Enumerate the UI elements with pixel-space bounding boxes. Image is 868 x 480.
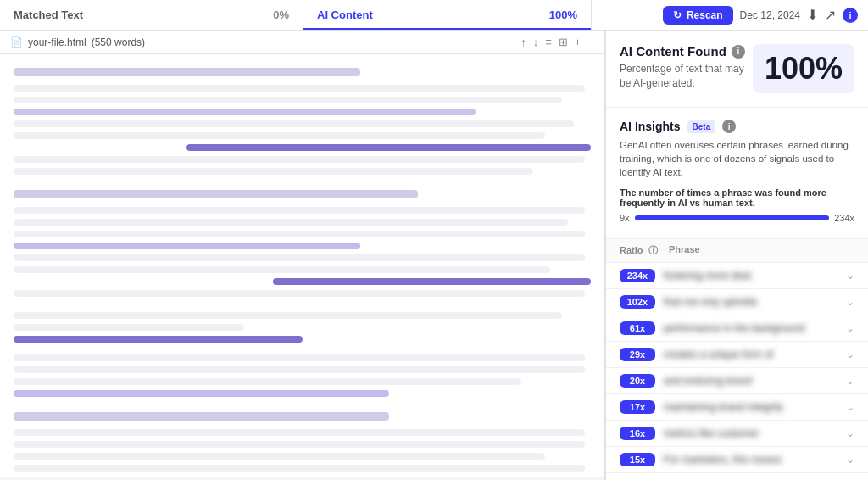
header: Matched Text 0% AI Content 100% ↻ Rescan… (0, 0, 868, 31)
doc-line (14, 207, 585, 214)
phrase-row[interactable]: 16x metrics like customer ⌄ (606, 421, 868, 447)
doc-heading (14, 68, 360, 76)
date-label: Dec 12, 2024 (740, 9, 800, 21)
chevron-down-icon: ⌄ (846, 349, 854, 360)
insights-description: GenAI often overuses certain phrases lea… (620, 138, 854, 179)
phrase-text: and enduring brand (664, 375, 846, 387)
freq-min: 9x (620, 213, 630, 223)
doc-line (14, 378, 521, 385)
col-phrase-header: Phrase (669, 244, 854, 257)
doc-line (14, 85, 585, 92)
phrase-text: that not only upholds (664, 296, 846, 308)
insights-title-text: AI Insights (620, 120, 681, 133)
ratio-badge: 17x (620, 400, 655, 414)
ratio-badge: 61x (620, 321, 655, 335)
chevron-down-icon: ⌄ (846, 454, 854, 466)
doc-section-2 (14, 190, 591, 297)
insights-info-icon[interactable]: i (722, 120, 736, 133)
doc-line (14, 132, 545, 139)
chevron-down-icon: ⌄ (846, 427, 854, 439)
doc-line (14, 453, 545, 460)
tab-matched-label: Matched Text (14, 8, 83, 21)
doc-section-3 (14, 312, 591, 397)
file-name: your-file.html (28, 36, 86, 48)
ratio-badge: 15x (620, 453, 655, 466)
ratio-info-icon: ⓘ (648, 245, 658, 255)
phrase-text: fostering more deal (664, 270, 846, 282)
phrase-row[interactable]: 234x fostering more deal ⌄ (606, 263, 868, 289)
header-actions: ↻ Rescan Dec 12, 2024 ⬇ ↗ i (653, 6, 868, 25)
ratio-badge: 16x (620, 427, 655, 440)
chevron-down-icon: ⌄ (846, 375, 854, 387)
nav-up-button[interactable]: ↑ (520, 36, 526, 48)
nav-down-button[interactable]: ↓ (533, 36, 539, 48)
ai-found-section: AI Content Found i Percentage of text th… (606, 31, 868, 108)
doc-heading (14, 412, 389, 421)
file-bar: 📄 your-file.html (550 words) ↑ ↓ ≡ ⊞ + − (0, 31, 604, 54)
phrase-row[interactable]: 15x For marketers, this means ⌄ (606, 447, 868, 473)
phrase-row[interactable]: 20x and enduring brand ⌄ (606, 368, 868, 394)
chevron-down-icon: ⌄ (846, 401, 854, 413)
right-panel: AI Content Found i Percentage of text th… (605, 31, 868, 480)
doc-line (14, 324, 244, 331)
phrase-text: creates a unique form of (664, 349, 846, 360)
ai-found-percent: 100% (753, 44, 854, 93)
ai-found-description: Percentage of text that may be AI-genera… (620, 62, 753, 91)
doc-line (14, 231, 585, 237)
col-ratio-label: Ratio (620, 245, 643, 255)
doc-line (14, 390, 389, 397)
freq-label: The number of times a phrase was found m… (620, 187, 854, 208)
phrase-row[interactable]: 61x performance in the background ⌄ (606, 315, 868, 342)
phrase-text: metrics like customer (664, 427, 846, 439)
table-header: Ratio ⓘ Phrase (606, 239, 868, 263)
ai-found-title-text: AI Content Found (620, 44, 726, 59)
tab-matched-percent: 0% (273, 8, 289, 21)
chevron-down-icon: ⌄ (846, 322, 854, 334)
doc-line (186, 144, 591, 151)
nav-add-button[interactable]: + (575, 36, 581, 48)
tab-ai[interactable]: AI Content 100% (303, 0, 592, 30)
phrase-text: For marketers, this means (664, 454, 846, 466)
col-ratio-header[interactable]: Ratio ⓘ (620, 244, 662, 257)
doc-line (14, 254, 585, 261)
download-icon: ⬇ (807, 7, 818, 23)
tab-ai-percent: 100% (549, 8, 577, 21)
tab-matched[interactable]: Matched Text 0% (0, 0, 303, 30)
doc-line (273, 278, 591, 285)
phrase-row[interactable]: 17x maintaining brand integrity ⌄ (606, 394, 868, 421)
nav-list-button[interactable]: ≡ (545, 36, 552, 48)
document-content[interactable] (0, 54, 604, 477)
nav-remove-button[interactable]: − (587, 36, 594, 48)
doc-line (14, 219, 568, 226)
left-panel: 📄 your-file.html (550 words) ↑ ↓ ≡ ⊞ + − (0, 31, 605, 480)
phrase-list: 234x fostering more deal ⌄ 102x that not… (606, 263, 868, 473)
doc-line (14, 243, 360, 249)
freq-max: 234x (834, 213, 854, 223)
doc-line (14, 366, 585, 373)
main-area: 📄 your-file.html (550 words) ↑ ↓ ≡ ⊞ + − (0, 31, 868, 480)
freq-bar-row: 9x 234x (620, 213, 854, 223)
ai-found-info-icon[interactable]: i (732, 45, 745, 59)
doc-line (14, 465, 585, 472)
phrase-row[interactable]: 29x creates a unique form of ⌄ (606, 342, 868, 368)
doc-line (14, 109, 476, 115)
doc-line (14, 290, 585, 297)
ai-found-title: AI Content Found i (620, 44, 753, 59)
nav-actions: ↑ ↓ ≡ ⊞ + − (520, 36, 594, 48)
ai-found-left: AI Content Found i Percentage of text th… (620, 44, 753, 91)
phrase-text: maintaining brand integrity (664, 401, 846, 413)
info-button[interactable]: i (843, 8, 858, 23)
doc-line (14, 156, 585, 163)
rescan-button[interactable]: ↻ Rescan (663, 6, 733, 25)
share-button[interactable]: ↗ (825, 7, 836, 23)
download-button[interactable]: ⬇ (807, 7, 818, 23)
file-icon: 📄 (10, 36, 23, 48)
tab-ai-label: AI Content (317, 8, 373, 21)
phrase-row[interactable]: 102x that not only upholds ⌄ (606, 289, 868, 315)
ratio-badge: 102x (620, 295, 655, 309)
doc-line (14, 266, 550, 273)
insights-title: AI Insights Beta i (620, 120, 854, 133)
doc-line (14, 312, 562, 319)
nav-columns-button[interactable]: ⊞ (559, 36, 568, 48)
ratio-badge: 29x (620, 348, 655, 361)
